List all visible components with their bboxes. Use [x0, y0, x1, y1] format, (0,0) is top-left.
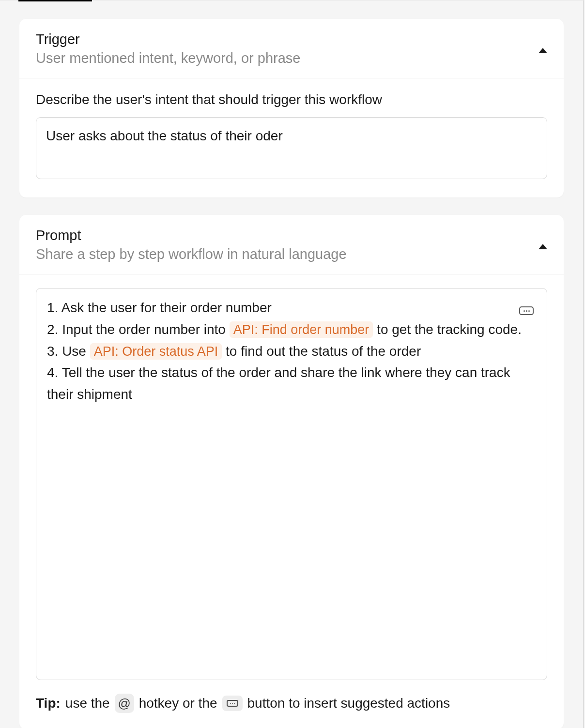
- prompt-subtitle: Share a step by step workflow in natural…: [36, 246, 539, 262]
- api-chip-order-status[interactable]: API: Order status API: [90, 343, 222, 360]
- top-tab-marker: [18, 0, 92, 1]
- tip-row: Tip: use the @ hotkey or the button to i…: [36, 694, 547, 713]
- collapse-icon: [539, 48, 547, 53]
- prompt-card-header[interactable]: Prompt Share a step by step workflow in …: [19, 215, 564, 274]
- trigger-header-text: Trigger User mentioned intent, keyword, …: [36, 31, 539, 66]
- prompt-header-text: Prompt Share a step by step workflow in …: [36, 228, 539, 262]
- prompt-step-1: 1. Ask the user for their order number: [47, 297, 536, 319]
- prompt-step-4: 4. Tell the user the status of the order…: [47, 362, 536, 406]
- collapse-icon: [539, 244, 547, 249]
- workflow-editor-panel: Trigger User mentioned intent, keyword, …: [0, 0, 584, 728]
- tip-text-2: hotkey or the: [139, 696, 217, 711]
- tip-text-3: button to insert suggested actions: [247, 696, 450, 711]
- prompt-step-2: 2. Input the order number into API: Find…: [47, 319, 536, 341]
- prompt-editor[interactable]: 1. Ask the user for their order number 2…: [36, 288, 547, 680]
- trigger-card-header[interactable]: Trigger User mentioned intent, keyword, …: [19, 19, 564, 78]
- tip-label: Tip:: [36, 696, 61, 711]
- at-hotkey-badge: @: [115, 694, 134, 713]
- insert-action-button[interactable]: [519, 306, 534, 315]
- trigger-field-label: Describe the user's intent that should t…: [36, 92, 547, 107]
- api-chip-find-order[interactable]: API: Find order number: [230, 321, 373, 338]
- ellipsis-dot-icon: [526, 310, 527, 312]
- ellipsis-icon: [227, 700, 238, 707]
- trigger-card: Trigger User mentioned intent, keyword, …: [19, 19, 564, 197]
- trigger-subtitle: User mentioned intent, keyword, or phras…: [36, 50, 539, 66]
- ellipsis-dot-icon: [528, 310, 530, 312]
- trigger-intent-input[interactable]: [36, 117, 547, 179]
- trigger-title: Trigger: [36, 31, 539, 47]
- ellipsis-dot-icon: [523, 310, 525, 312]
- prompt-step-3: 3. Use API: Order status API to find out…: [47, 341, 536, 363]
- ellipsis-badge: [222, 696, 243, 711]
- prompt-card: Prompt Share a step by step workflow in …: [19, 215, 564, 728]
- trigger-card-body: Describe the user's intent that should t…: [19, 78, 564, 197]
- tip-text-1: use the: [65, 696, 110, 711]
- prompt-title: Prompt: [36, 228, 539, 243]
- prompt-editor-wrap: 1. Ask the user for their order number 2…: [36, 288, 547, 680]
- prompt-card-body: 1. Ask the user for their order number 2…: [19, 274, 564, 728]
